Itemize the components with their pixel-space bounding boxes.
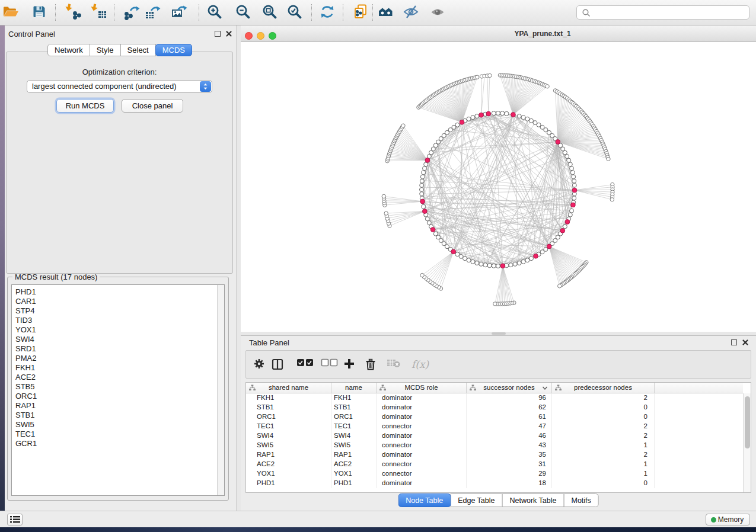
table-row[interactable]: SWI5SWI5connector431 xyxy=(246,441,743,450)
maximize-window-icon[interactable] xyxy=(269,32,276,40)
mcds-result-item[interactable]: RAP1 xyxy=(15,401,224,411)
unselect-all-columns-button[interactable] xyxy=(321,358,339,370)
mcds-result-item[interactable]: STP4 xyxy=(15,306,224,316)
cell-predecessor_nodes: 1 xyxy=(552,460,655,469)
mcds-result-item[interactable]: STB1 xyxy=(15,411,224,420)
task-history-button[interactable] xyxy=(7,514,23,525)
table-tab-node-table[interactable]: Node Table xyxy=(398,493,451,507)
export-network-button[interactable] xyxy=(123,3,141,21)
run-mcds-button[interactable]: Run MCDS xyxy=(56,99,114,113)
search-input[interactable] xyxy=(594,7,743,18)
import-network-button[interactable] xyxy=(65,3,82,21)
mcds-result-item[interactable]: PMA2 xyxy=(15,354,224,363)
open-file-icon xyxy=(2,3,20,21)
create-column-button[interactable] xyxy=(343,358,355,372)
mcds-result-item[interactable]: SWI5 xyxy=(15,420,224,430)
cell-mcds_role: dominator xyxy=(377,403,467,412)
mcds-result-item[interactable]: CAR1 xyxy=(15,297,224,306)
show-column-panel-button[interactable] xyxy=(271,358,284,373)
mcds-result-item[interactable]: TID3 xyxy=(15,316,224,325)
table-scrollbar-thumb[interactable] xyxy=(745,396,750,448)
cell-shared_name: YOX1 xyxy=(246,469,331,479)
table-scrollbar[interactable] xyxy=(743,393,751,492)
mcds-result-item[interactable]: GCR1 xyxy=(15,439,224,448)
toolbar-separator xyxy=(311,4,312,21)
table-tab-motifs[interactable]: Motifs xyxy=(563,493,598,507)
select-all-columns-icon xyxy=(296,358,314,367)
close-panel-button[interactable]: Close panel xyxy=(122,99,183,113)
table-row[interactable]: YOX1YOX1connector291 xyxy=(246,469,743,479)
mcds-result-item[interactable]: STB5 xyxy=(15,382,224,392)
clone-network-button[interactable] xyxy=(352,3,369,21)
memory-button[interactable]: Memory xyxy=(706,514,750,525)
tab-select[interactable]: Select xyxy=(120,44,156,56)
table-row[interactable]: SWI4SWI4dominator462 xyxy=(246,431,743,441)
splitter-handle[interactable] xyxy=(492,332,506,335)
close-window-icon[interactable] xyxy=(245,32,253,40)
zoom-fit-button[interactable] xyxy=(261,3,279,21)
mcds-result-item[interactable]: ACE2 xyxy=(15,373,224,382)
zoom-out-button[interactable] xyxy=(234,3,252,21)
mcds-result-item[interactable]: SWI4 xyxy=(15,335,224,344)
select-all-columns-button[interactable] xyxy=(296,358,314,370)
function-builder-button[interactable]: f(x) xyxy=(410,358,430,373)
column-header-predecessor-nodes[interactable]: predecessor nodes xyxy=(552,383,655,393)
criterion-dropdown[interactable]: largest connected component (undirected) xyxy=(27,80,212,93)
mcds-result-item[interactable]: ORC1 xyxy=(15,392,224,401)
cell-shared_name: RAP1 xyxy=(246,450,331,460)
delete-column-button[interactable] xyxy=(365,358,377,373)
zoom-selected-button[interactable] xyxy=(286,3,304,21)
refresh-layout-button[interactable] xyxy=(318,3,336,21)
float-window-icon[interactable] xyxy=(215,31,221,37)
table-settings-button[interactable] xyxy=(253,358,265,372)
tab-mcds[interactable]: MCDS xyxy=(155,44,192,56)
column-header-name[interactable]: name xyxy=(331,383,377,393)
table-row[interactable]: FKH1FKH1dominator962 xyxy=(246,393,743,403)
table-row[interactable]: TEC1TEC1connector472 xyxy=(246,422,743,431)
dropdown-stepper-icon[interactable] xyxy=(200,81,211,92)
export-table-button[interactable] xyxy=(143,3,161,21)
mcds-result-item[interactable]: FKH1 xyxy=(15,363,224,373)
mcds-result-item[interactable]: PHD1 xyxy=(15,287,224,297)
table-tab-network-table[interactable]: Network Table xyxy=(502,493,564,507)
delete-table-icon xyxy=(387,358,401,368)
column-header-MCDS-role[interactable]: MCDS role xyxy=(377,383,467,393)
import-table-button[interactable] xyxy=(90,3,108,21)
export-image-icon xyxy=(170,3,188,21)
toolbar-separator xyxy=(199,4,199,21)
column-type-icon xyxy=(249,384,256,391)
delete-table-button[interactable] xyxy=(387,358,401,371)
close-panel-icon[interactable] xyxy=(225,30,232,37)
hide-selected-button[interactable] xyxy=(402,3,420,21)
table-row[interactable]: RAP1RAP1dominator352 xyxy=(246,450,743,460)
tab-style[interactable]: Style xyxy=(90,44,121,56)
network-overview-button[interactable] xyxy=(377,3,394,21)
table-row[interactable]: STB1STB1dominator620 xyxy=(246,403,743,412)
column-type-icon xyxy=(379,384,386,391)
open-file-button[interactable] xyxy=(2,3,20,21)
column-header-shared-name[interactable]: shared name xyxy=(246,383,331,393)
table-tab-edge-table[interactable]: Edge Table xyxy=(450,493,502,507)
create-column-icon xyxy=(343,358,355,370)
export-image-button[interactable] xyxy=(170,3,188,21)
cell-successor_nodes: 29 xyxy=(467,469,552,479)
mcds-result-item[interactable]: SRD1 xyxy=(15,344,224,354)
table-header: shared namenameMCDS rolesuccessor nodesp… xyxy=(246,383,743,393)
save-button[interactable] xyxy=(30,3,48,21)
cell-predecessor_nodes: 2 xyxy=(552,422,655,431)
close-table-panel-icon[interactable] xyxy=(742,339,749,346)
show-all-button[interactable] xyxy=(429,3,446,21)
network-graph[interactable] xyxy=(241,42,756,332)
column-header-successor-nodes[interactable]: successor nodes xyxy=(467,383,552,393)
table-row[interactable]: ACE2ACE2connector311 xyxy=(246,460,743,469)
mcds-list-scrollbar[interactable] xyxy=(217,285,224,495)
table-row[interactable]: PHD1PHD1dominator180 xyxy=(246,479,743,488)
mcds-result-item[interactable]: TEC1 xyxy=(15,430,224,439)
table-row[interactable]: ORC1ORC1dominator610 xyxy=(246,412,743,422)
search-box xyxy=(576,5,749,20)
float-table-panel-icon[interactable] xyxy=(731,339,737,345)
zoom-in-button[interactable] xyxy=(206,3,224,21)
tab-network[interactable]: Network xyxy=(47,44,90,56)
mcds-result-item[interactable]: YOX1 xyxy=(15,325,224,335)
minimize-window-icon[interactable] xyxy=(257,32,264,40)
